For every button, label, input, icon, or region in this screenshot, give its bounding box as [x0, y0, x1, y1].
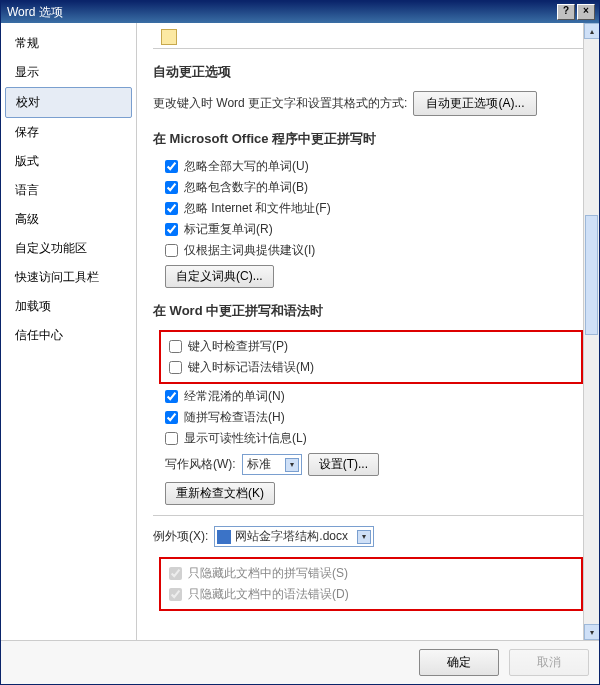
cb-main-dict-only[interactable]: 仅根据主词典提供建议(I)	[153, 242, 583, 259]
cb-hide-grammar-errors[interactable]: 只隐藏此文档中的语法错误(D)	[165, 586, 577, 603]
scroll-up-button[interactable]: ▴	[584, 23, 599, 39]
writing-style-label: 写作风格(W):	[165, 456, 236, 473]
cb-mark-grammar-typing[interactable]: 键入时标记语法错误(M)	[165, 359, 577, 376]
window-title: Word 选项	[5, 4, 555, 21]
cb-check-spelling-typing[interactable]: 键入时检查拼写(P)	[165, 338, 577, 355]
sidebar-item-customize-ribbon[interactable]: 自定义功能区	[5, 234, 132, 263]
close-button[interactable]: ×	[577, 4, 595, 20]
scroll-down-button[interactable]: ▾	[584, 624, 599, 640]
recheck-document-button[interactable]: 重新检查文档(K)	[165, 482, 275, 505]
cb-confused-words[interactable]: 经常混淆的单词(N)	[153, 388, 583, 405]
vertical-scrollbar[interactable]: ▴ ▾	[583, 23, 599, 640]
help-button[interactable]: ?	[557, 4, 575, 20]
dialog-body: 常规 显示 校对 保存 版式 语言 高级 自定义功能区 快速访问工具栏 加载项 …	[1, 23, 599, 640]
dialog-footer: 确定 取消	[1, 640, 599, 684]
cb-ignore-uppercase[interactable]: 忽略全部大写的单词(U)	[153, 158, 583, 175]
chevron-down-icon: ▾	[357, 530, 371, 544]
autocorrect-options-button[interactable]: 自动更正选项(A)...	[413, 91, 537, 116]
highlight-group-spell-grammar: 键入时检查拼写(P) 键入时标记语法错误(M)	[159, 330, 583, 384]
sidebar: 常规 显示 校对 保存 版式 语言 高级 自定义功能区 快速访问工具栏 加载项 …	[1, 23, 137, 640]
cb-grammar-with-spelling[interactable]: 随拼写检查语法(H)	[153, 409, 583, 426]
scroll-thumb[interactable]	[585, 215, 598, 335]
sidebar-item-advanced[interactable]: 高级	[5, 205, 132, 234]
custom-dict-button[interactable]: 自定义词典(C)...	[165, 265, 274, 288]
cb-mark-repeat[interactable]: 标记重复单词(R)	[153, 221, 583, 238]
autocorrect-desc: 更改键入时 Word 更正文字和设置其格式的方式:	[153, 95, 407, 112]
sidebar-item-addins[interactable]: 加载项	[5, 292, 132, 321]
content-area: 自动更正选项 更改键入时 Word 更正文字和设置其格式的方式: 自动更正选项(…	[137, 23, 599, 640]
cb-ignore-numbers[interactable]: 忽略包含数字的单词(B)	[153, 179, 583, 196]
ribbon-strip	[153, 29, 583, 49]
sidebar-item-trust-center[interactable]: 信任中心	[5, 321, 132, 350]
word-document-icon	[217, 530, 231, 544]
sidebar-item-layout[interactable]: 版式	[5, 147, 132, 176]
ok-button[interactable]: 确定	[419, 649, 499, 676]
highlight-group-hide-errors: 只隐藏此文档中的拼写错误(S) 只隐藏此文档中的语法错误(D)	[159, 557, 583, 611]
titlebar: Word 选项 ? ×	[1, 1, 599, 23]
sidebar-item-language[interactable]: 语言	[5, 176, 132, 205]
sidebar-item-save[interactable]: 保存	[5, 118, 132, 147]
section-office-title: 在 Microsoft Office 程序中更正拼写时	[153, 130, 583, 148]
chevron-down-icon: ▾	[285, 458, 299, 472]
options-window: Word 选项 ? × 常规 显示 校对 保存 版式 语言 高级 自定义功能区 …	[0, 0, 600, 685]
divider	[153, 515, 583, 516]
sidebar-item-display[interactable]: 显示	[5, 58, 132, 87]
sidebar-item-quick-access[interactable]: 快速访问工具栏	[5, 263, 132, 292]
sidebar-item-proofing[interactable]: 校对	[5, 87, 132, 118]
sidebar-item-general[interactable]: 常规	[5, 29, 132, 58]
writing-style-select[interactable]: 标准 ▾	[242, 454, 302, 475]
section-autocorrect-title: 自动更正选项	[153, 63, 583, 81]
cb-readability-stats[interactable]: 显示可读性统计信息(L)	[153, 430, 583, 447]
exceptions-label: 例外项(X):	[153, 528, 208, 545]
cb-ignore-internet[interactable]: 忽略 Internet 和文件地址(F)	[153, 200, 583, 217]
exceptions-document-select[interactable]: 网站金字塔结构.docx ▾	[214, 526, 374, 547]
cancel-button[interactable]: 取消	[509, 649, 589, 676]
section-word-title: 在 Word 中更正拼写和语法时	[153, 302, 583, 320]
scroll-track[interactable]	[584, 39, 599, 624]
ribbon-icon	[161, 29, 177, 45]
cb-hide-spelling-errors[interactable]: 只隐藏此文档中的拼写错误(S)	[165, 565, 577, 582]
writing-style-settings-button[interactable]: 设置(T)...	[308, 453, 379, 476]
